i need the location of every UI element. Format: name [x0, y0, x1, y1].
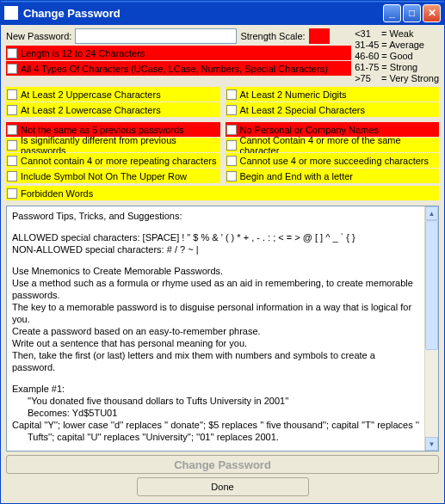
window: Change Password _ □ ✕ New Password: Stre… — [0, 0, 445, 504]
titlebar: Change Password _ □ ✕ — [1, 1, 444, 25]
rule-text: Is significantly different from previous… — [21, 135, 220, 156]
strength-score: 0 — [309, 28, 330, 44]
rule-checkbox — [226, 89, 237, 100]
tips-mnem6: Then, take the first (or last) letters a… — [12, 349, 419, 373]
rule-item: At Least 2 Lowercase Characters — [6, 102, 220, 117]
rule-text: At Least 2 Special Characters — [240, 105, 366, 115]
maximize-button[interactable]: □ — [403, 4, 421, 22]
tips-ex1a: ''You donated five thousand dollars to T… — [12, 395, 419, 407]
scroll-track[interactable] — [425, 220, 438, 437]
rule-text: All 4 Types Of Characters (UCase, LCase,… — [21, 64, 328, 74]
rule-text: At Least 2 Numeric Digits — [240, 89, 347, 100]
rule-item: At Least 2 Special Characters — [226, 102, 440, 117]
rule-text: Cannot contain 4 or more repeating chara… — [21, 156, 216, 166]
scrollbar[interactable]: ▲ ▼ — [424, 206, 438, 451]
tips-ex1b: Becomes: Yd$5TU01 — [12, 407, 419, 419]
tips-heading: Password Tips, Tricks, and Suggestions: — [12, 210, 419, 222]
rule-item: At Least 2 Uppercase Characters — [6, 87, 220, 101]
rule-item: Begin and End with a letter — [226, 169, 440, 183]
rule-checkbox — [7, 48, 17, 58]
tips-mnem1: Use Mnemonics to Create Memorable Passwo… — [12, 265, 419, 277]
rule-item: Length is 12 to 24 Characters — [6, 46, 351, 60]
tips-allowed: ALLOWED special characters: [SPACE] ! " … — [12, 231, 419, 243]
rule-text: Cannot use 4 or more succeeding characte… — [240, 156, 430, 166]
tips-ex1h: Example #1: — [12, 383, 419, 395]
rule-checkbox — [226, 125, 237, 135]
tips-mnem3: The key to a memorable password is to di… — [12, 301, 419, 325]
rule-checkbox — [7, 125, 17, 135]
app-icon — [4, 6, 18, 20]
tips-ex1c: Capital ''Y''; lower case ''d'' replaces… — [12, 419, 419, 443]
rule-checkbox — [7, 105, 17, 115]
rule-text: Include Symbol Not On The Upper Row — [21, 171, 187, 181]
rule-checkbox — [7, 64, 17, 74]
window-body: New Password: Strength Scale: 0 Length i… — [1, 25, 444, 503]
change-password-button[interactable]: Change Password — [6, 455, 439, 474]
new-password-label: New Password: — [6, 31, 71, 41]
rule-checkbox — [7, 140, 17, 151]
strength-scale-label: Strength Scale: — [240, 31, 305, 41]
rule-text: At Least 2 Lowercase Characters — [21, 105, 161, 115]
rule-item: At Least 2 Numeric Digits — [226, 87, 440, 101]
rule-checkbox — [226, 171, 237, 181]
new-password-input[interactable] — [75, 28, 237, 44]
rule-item: Forbidden Words — [6, 186, 439, 200]
tips-mnem5: Write out a sentence that has personal m… — [12, 337, 419, 349]
rule-checkbox — [7, 89, 17, 100]
rule-item: Is significantly different from previous… — [6, 138, 220, 152]
tips-nonallowed: NON-ALLOWED special characters: # / ? ~ … — [12, 243, 419, 255]
rule-item: Cannot use 4 or more succeeding characte… — [226, 153, 440, 168]
tips-mnem4: Create a password based on an easy-to-re… — [12, 325, 419, 337]
rule-text: Not the same as 5 previous passwords — [21, 125, 184, 135]
rule-text: Begin and End with a letter — [240, 171, 353, 181]
rule-text: At Least 2 Uppercase Characters — [21, 89, 161, 100]
rule-item: All 4 Types Of Characters (UCase, LCase,… — [6, 61, 351, 76]
tips-mnem2: Use a method such as a formula or rhyme … — [12, 277, 419, 301]
minimize-button[interactable]: _ — [383, 4, 401, 22]
scroll-up-icon[interactable]: ▲ — [425, 206, 438, 220]
rule-checkbox — [7, 156, 17, 166]
window-title: Change Password — [23, 7, 383, 20]
rule-text: No Personal or Company Names — [240, 125, 379, 135]
close-button[interactable]: ✕ — [423, 4, 441, 22]
rule-item: Cannot contain 4 or more repeating chara… — [6, 153, 220, 168]
rule-item: Cannot Contain 4 or more of the same cha… — [226, 138, 440, 152]
strength-legend: <31 = Weak 31-45 = Average 46-60 = Good … — [355, 28, 439, 84]
rule-item: Include Symbol Not On The Upper Row — [6, 169, 220, 183]
done-button[interactable]: Done — [137, 477, 309, 496]
rule-checkbox — [226, 140, 237, 151]
rule-checkbox — [7, 171, 17, 181]
rule-checkbox — [226, 156, 237, 166]
scroll-thumb[interactable] — [425, 220, 438, 350]
scroll-down-icon[interactable]: ▼ — [425, 437, 438, 451]
rule-text: Forbidden Words — [21, 188, 93, 199]
rule-checkbox — [7, 188, 17, 199]
tips-panel: Password Tips, Tricks, and Suggestions: … — [6, 206, 439, 452]
rule-text: Length is 12 to 24 Characters — [21, 48, 145, 58]
rule-checkbox — [226, 105, 237, 115]
rule-text: Cannot Contain 4 or more of the same cha… — [240, 135, 440, 156]
